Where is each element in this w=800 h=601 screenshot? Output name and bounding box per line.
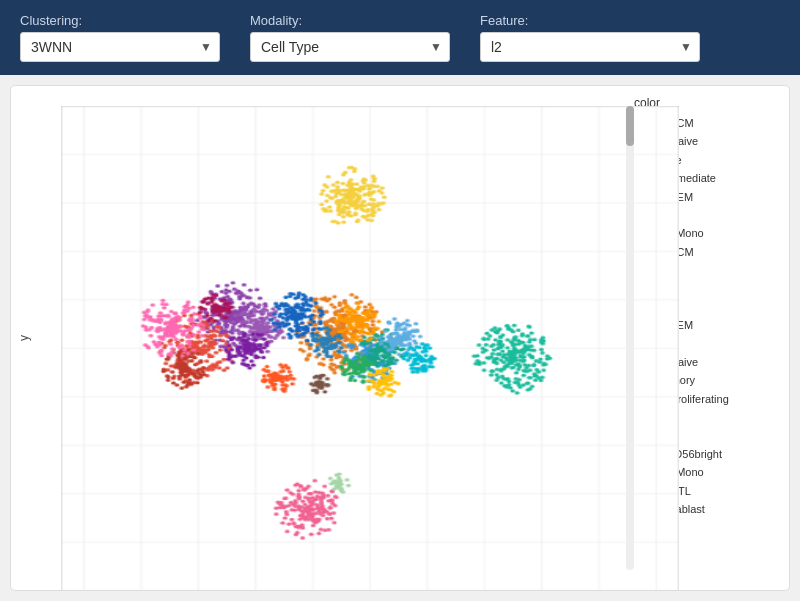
header: Clustering: 3WNN WNN RNA ▼ Modality: Cel…	[0, 0, 800, 75]
modality-select-wrapper: Cell Type Gene Expression ATAC ▼	[250, 32, 450, 62]
feature-label: Feature:	[480, 13, 700, 28]
clustering-control: Clustering: 3WNN WNN RNA ▼	[20, 13, 220, 62]
modality-control: Modality: Cell Type Gene Expression ATAC…	[250, 13, 450, 62]
clustering-label: Clustering:	[20, 13, 220, 28]
y-axis-label: y	[17, 335, 31, 341]
clustering-select-wrapper: 3WNN WNN RNA ▼	[20, 32, 220, 62]
modality-dropdown[interactable]: Cell Type Gene Expression ATAC	[250, 32, 450, 62]
main-content: y x color CD4 TCM CD4 Naive B naive B in…	[10, 85, 790, 591]
clustering-dropdown[interactable]: 3WNN WNN RNA	[20, 32, 220, 62]
scatter-plot	[61, 106, 679, 591]
feature-control: Feature: l2 l1 leiden ▼	[480, 13, 700, 62]
chart-area: y x	[11, 86, 629, 590]
scrollbar-track[interactable]	[626, 106, 634, 570]
feature-select-wrapper: l2 l1 leiden ▼	[480, 32, 700, 62]
modality-label: Modality:	[250, 13, 450, 28]
scrollbar-thumb[interactable]	[626, 106, 634, 146]
feature-dropdown[interactable]: l2 l1 leiden	[480, 32, 700, 62]
